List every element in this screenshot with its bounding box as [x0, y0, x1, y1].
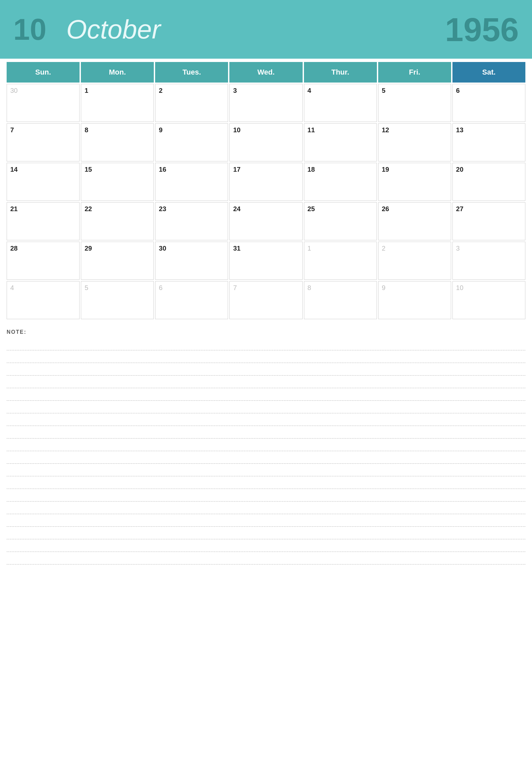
day-header-mon: Mon.	[81, 62, 154, 83]
note-line	[7, 338, 525, 350]
day-number: 18	[308, 166, 315, 173]
year: 1956	[445, 13, 519, 46]
day-number: 6	[159, 284, 162, 291]
day-number: 31	[233, 245, 240, 252]
cal-cell-w3-d1: 22	[81, 202, 154, 240]
cal-cell-w5-d5: 9	[378, 281, 451, 319]
cal-cell-w0-d4: 4	[304, 84, 377, 122]
note-line	[7, 388, 525, 401]
cal-cell-w1-d1: 8	[81, 123, 154, 161]
day-number: 13	[456, 126, 463, 134]
cal-cell-w1-d2: 9	[155, 123, 228, 161]
day-number: 16	[159, 166, 166, 173]
note-line	[7, 489, 525, 502]
day-number: 12	[382, 126, 389, 134]
day-number: 7	[233, 284, 237, 291]
cal-cell-w4-d6: 3	[452, 242, 525, 280]
day-number: 20	[456, 166, 463, 173]
cal-cell-w2-d3: 17	[229, 163, 302, 201]
note-line	[7, 426, 525, 439]
day-number: 21	[10, 205, 18, 212]
cal-cell-w0-d3: 3	[229, 84, 302, 122]
cal-cell-w3-d4: 25	[304, 202, 377, 240]
note-line	[7, 439, 525, 451]
cal-cell-w5-d4: 8	[304, 281, 377, 319]
note-line	[7, 363, 525, 376]
day-header-sun: Sun.	[7, 62, 80, 83]
month-number: 10	[13, 15, 46, 44]
note-line	[7, 476, 525, 489]
day-header-sat: Sat.	[452, 62, 525, 83]
cal-cell-w1-d5: 12	[378, 123, 451, 161]
day-number: 26	[382, 205, 389, 212]
cal-cell-w5-d6: 10	[452, 281, 525, 319]
cal-cell-w4-d2: 30	[155, 242, 228, 280]
cal-cell-w5-d3: 7	[229, 281, 302, 319]
day-number: 1	[308, 245, 311, 252]
day-number: 30	[159, 245, 166, 252]
day-number: 25	[308, 205, 315, 212]
day-number: 24	[233, 205, 240, 212]
cal-cell-w0-d6: 6	[452, 84, 525, 122]
day-number: 23	[159, 205, 166, 212]
cal-cell-w1-d0: 7	[7, 123, 80, 161]
day-number: 9	[159, 126, 162, 134]
day-header-wed: Wed.	[229, 62, 302, 83]
notes-label: NOTE:	[7, 329, 525, 335]
calendar-container: Sun.Mon.Tues.Wed.Thur.Fri.Sat. 301234567…	[0, 62, 532, 319]
day-number: 4	[308, 87, 311, 94]
cal-cell-w5-d2: 6	[155, 281, 228, 319]
day-number: 19	[382, 166, 389, 173]
cal-cell-w4-d5: 2	[378, 242, 451, 280]
cal-cell-w0-d2: 2	[155, 84, 228, 122]
day-number: 2	[382, 245, 385, 252]
day-number: 7	[10, 126, 14, 134]
day-number: 3	[233, 87, 237, 94]
note-line	[7, 401, 525, 413]
day-number: 2	[159, 87, 162, 94]
notes-section: NOTE:	[7, 329, 525, 564]
note-line	[7, 502, 525, 514]
cal-cell-w4-d3: 31	[229, 242, 302, 280]
note-lines	[7, 338, 525, 564]
day-number: 5	[85, 284, 88, 291]
day-number: 29	[85, 245, 92, 252]
day-number: 4	[10, 284, 14, 291]
note-line	[7, 376, 525, 388]
cal-cell-w4-d4: 1	[304, 242, 377, 280]
day-headers-row: Sun.Mon.Tues.Wed.Thur.Fri.Sat.	[7, 62, 525, 83]
cal-cell-w5-d1: 5	[81, 281, 154, 319]
day-number: 10	[233, 126, 240, 134]
day-number: 10	[456, 284, 463, 291]
cal-cell-w1-d4: 11	[304, 123, 377, 161]
cal-cell-w2-d5: 19	[378, 163, 451, 201]
note-line	[7, 514, 525, 527]
note-line	[7, 552, 525, 564]
day-header-fri: Fri.	[378, 62, 451, 83]
cal-cell-w4-d0: 28	[7, 242, 80, 280]
day-number: 15	[85, 166, 92, 173]
cal-cell-w1-d6: 13	[452, 123, 525, 161]
note-line	[7, 413, 525, 426]
day-number: 28	[10, 245, 18, 252]
day-number: 8	[85, 126, 88, 134]
note-line	[7, 527, 525, 539]
cal-cell-w2-d4: 18	[304, 163, 377, 201]
cal-cell-w2-d0: 14	[7, 163, 80, 201]
day-number: 5	[382, 87, 385, 94]
day-number: 8	[308, 284, 311, 291]
note-line	[7, 350, 525, 363]
day-number: 1	[85, 87, 88, 94]
cal-cell-w1-d3: 10	[229, 123, 302, 161]
day-number: 6	[456, 87, 460, 94]
day-number: 3	[456, 245, 460, 252]
cal-cell-w2-d2: 16	[155, 163, 228, 201]
day-header-tues: Tues.	[155, 62, 228, 83]
cal-cell-w3-d0: 21	[7, 202, 80, 240]
note-line	[7, 464, 525, 476]
calendar-header: 10 October 1956	[0, 0, 532, 59]
cal-cell-w2-d6: 20	[452, 163, 525, 201]
calendar-grid: 3012345678910111213141516171819202122232…	[7, 84, 525, 319]
cal-cell-w0-d1: 1	[81, 84, 154, 122]
day-header-thur: Thur.	[304, 62, 377, 83]
